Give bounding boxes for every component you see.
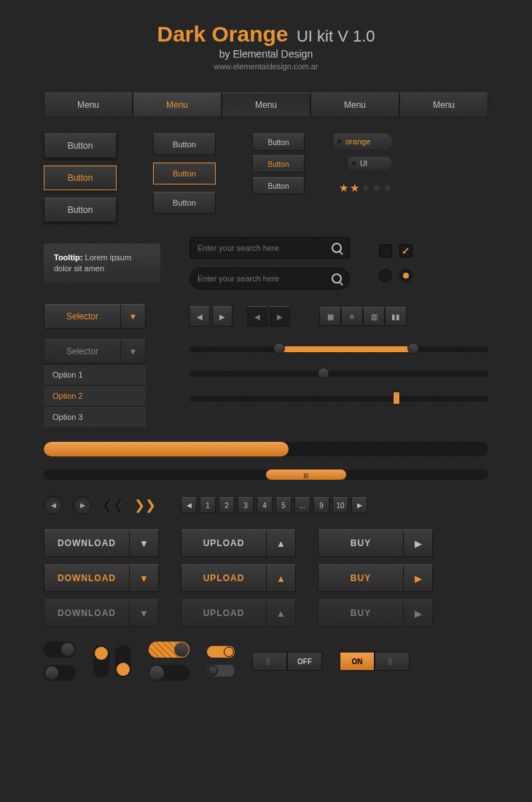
star-icon: ★ bbox=[339, 182, 348, 195]
nav-next-button[interactable]: ▶ bbox=[212, 306, 232, 327]
toggle-vertical-1[interactable] bbox=[93, 645, 109, 677]
star-icon: ★ bbox=[372, 182, 381, 195]
button-large-2[interactable]: Button bbox=[44, 166, 117, 190]
page-5-button[interactable]: 5 bbox=[275, 497, 292, 513]
tag-orange[interactable]: orange bbox=[334, 133, 392, 149]
small-toggle-off[interactable] bbox=[207, 665, 235, 677]
upload-button[interactable]: UPLOAD▲ bbox=[181, 529, 296, 557]
nav-prev-button[interactable]: ◀ bbox=[189, 306, 210, 327]
page-3-button[interactable]: 3 bbox=[238, 497, 254, 513]
radio-checked[interactable] bbox=[399, 269, 412, 282]
checkbox-unchecked[interactable] bbox=[379, 244, 392, 257]
toggle-round-on[interactable] bbox=[44, 665, 76, 681]
triangle-up-icon: ▲ bbox=[266, 565, 295, 591]
button-medium-1[interactable]: Button bbox=[153, 133, 216, 155]
star-icon: ★ bbox=[383, 182, 392, 195]
option-item-3[interactable]: Option 3 bbox=[44, 406, 146, 427]
page-9-button[interactable]: 9 bbox=[313, 497, 329, 513]
tooltip: Tooltip: Lorem ipsum dolor sit amen bbox=[44, 244, 160, 284]
upload-button-disabled[interactable]: UPLOAD▲ bbox=[181, 599, 296, 627]
page-4-button[interactable]: 4 bbox=[257, 497, 273, 513]
off-label: OFF bbox=[287, 652, 322, 671]
download-button-disabled[interactable]: DOWNLOAD▼ bbox=[44, 599, 159, 627]
selector-active[interactable]: Selector ▼ bbox=[44, 304, 146, 329]
radio-unchecked[interactable] bbox=[379, 269, 392, 282]
buy-button[interactable]: BUY▶ bbox=[318, 529, 433, 557]
title-sub: UI kit V 1.0 bbox=[297, 27, 375, 45]
upload-button-active[interactable]: UPLOAD▲ bbox=[181, 564, 296, 592]
button-medium-3[interactable]: Button bbox=[153, 192, 216, 214]
button-small-2[interactable]: Button bbox=[252, 155, 305, 173]
menu-item-5[interactable]: Menu bbox=[399, 93, 488, 117]
nav-next-dark-button[interactable]: ▶ bbox=[270, 306, 290, 327]
search-field[interactable] bbox=[197, 244, 326, 252]
triangle-right-icon: ▶ bbox=[403, 600, 432, 626]
page-1-button[interactable]: 1 bbox=[200, 497, 216, 513]
rating-stars[interactable]: ★ ★ ★ ★ ★ bbox=[339, 182, 392, 195]
search-icon[interactable] bbox=[332, 273, 342, 284]
menu-item-2[interactable]: Menu bbox=[133, 93, 222, 117]
pill-toggle-off[interactable] bbox=[149, 665, 189, 681]
search-input-square[interactable] bbox=[189, 237, 350, 259]
option-item-2[interactable]: Option 2 bbox=[44, 385, 146, 406]
small-toggle-on[interactable] bbox=[207, 646, 235, 658]
checkbox-checked[interactable] bbox=[399, 244, 412, 257]
triangle-up-icon: ▲ bbox=[266, 530, 295, 556]
button-large-1[interactable]: Button bbox=[44, 133, 117, 158]
circle-next-button[interactable]: ▶ bbox=[73, 496, 92, 515]
button-small-3[interactable]: Button bbox=[252, 177, 305, 195]
nav-prev-dark-button[interactable]: ◀ bbox=[247, 306, 267, 327]
page-10-button[interactable]: 10 bbox=[332, 497, 348, 513]
view-columns-button[interactable]: ▥ bbox=[363, 307, 385, 326]
toggle-round-off[interactable] bbox=[44, 642, 76, 658]
single-slider-2[interactable] bbox=[189, 396, 488, 402]
slider-thumb-right[interactable] bbox=[407, 343, 419, 354]
menu-item-1[interactable]: Menu bbox=[44, 93, 133, 117]
scrollbar-thumb[interactable]: ||| bbox=[266, 470, 346, 480]
search-input-round[interactable] bbox=[189, 268, 350, 289]
double-chevron-right-icon[interactable]: ❯❯ bbox=[134, 497, 156, 513]
scrollbar[interactable]: ||| bbox=[44, 470, 488, 480]
search-icon[interactable] bbox=[332, 243, 342, 253]
double-chevron-left-icon[interactable]: ❮❮ bbox=[102, 497, 124, 513]
chevron-down-icon: ▼ bbox=[120, 305, 145, 328]
selector-label: Selector bbox=[44, 346, 120, 357]
slider-thumb-square[interactable] bbox=[393, 392, 400, 405]
buy-button-disabled[interactable]: BUY▶ bbox=[318, 599, 433, 627]
single-slider-1[interactable] bbox=[189, 371, 488, 377]
pill-toggle-on[interactable] bbox=[149, 642, 189, 658]
onoff-switch-off[interactable]: OFF bbox=[252, 652, 322, 671]
slider-thumb-left[interactable] bbox=[273, 343, 285, 354]
view-barcode-button[interactable]: ▮▮ bbox=[385, 307, 407, 326]
view-grid-button[interactable]: ▦ bbox=[319, 307, 341, 326]
title-main: Dark Orange bbox=[157, 22, 288, 46]
search-field[interactable] bbox=[197, 274, 326, 283]
on-label: ON bbox=[340, 652, 375, 671]
button-small-1[interactable]: Button bbox=[252, 133, 305, 151]
page-2-button[interactable]: 2 bbox=[219, 497, 235, 513]
button-medium-2[interactable]: Button bbox=[153, 163, 216, 184]
selector-label: Selector bbox=[44, 311, 120, 322]
selector-disabled[interactable]: Selector ▼ bbox=[44, 339, 146, 364]
onoff-switch-on[interactable]: ON bbox=[340, 652, 410, 671]
circle-prev-button[interactable]: ◀ bbox=[44, 496, 63, 515]
slider-thumb[interactable] bbox=[318, 367, 329, 379]
buy-button-active[interactable]: BUY▶ bbox=[318, 564, 433, 592]
view-list-button[interactable]: ≡ bbox=[341, 307, 363, 326]
menu-item-4[interactable]: Menu bbox=[310, 93, 399, 117]
tag-ui[interactable]: UI bbox=[348, 157, 392, 170]
button-large-3[interactable]: Button bbox=[44, 198, 117, 222]
triangle-right-icon: ▶ bbox=[403, 530, 432, 556]
range-slider[interactable] bbox=[189, 346, 488, 352]
page-ellipsis[interactable]: ... bbox=[294, 497, 310, 513]
triangle-right-icon: ▶ bbox=[403, 565, 432, 591]
download-button[interactable]: DOWNLOAD▼ bbox=[44, 529, 159, 557]
star-icon: ★ bbox=[350, 182, 359, 195]
option-item-1[interactable]: Option 1 bbox=[44, 364, 146, 385]
download-button-active[interactable]: DOWNLOAD▼ bbox=[44, 564, 159, 592]
toggle-vertical-2[interactable] bbox=[115, 645, 131, 677]
menu-item-3[interactable]: Menu bbox=[222, 93, 310, 117]
page-prev-button[interactable]: ◀ bbox=[181, 497, 197, 513]
page-next-button[interactable]: ▶ bbox=[351, 497, 367, 513]
tooltip-label: Tooltip: bbox=[54, 253, 83, 262]
